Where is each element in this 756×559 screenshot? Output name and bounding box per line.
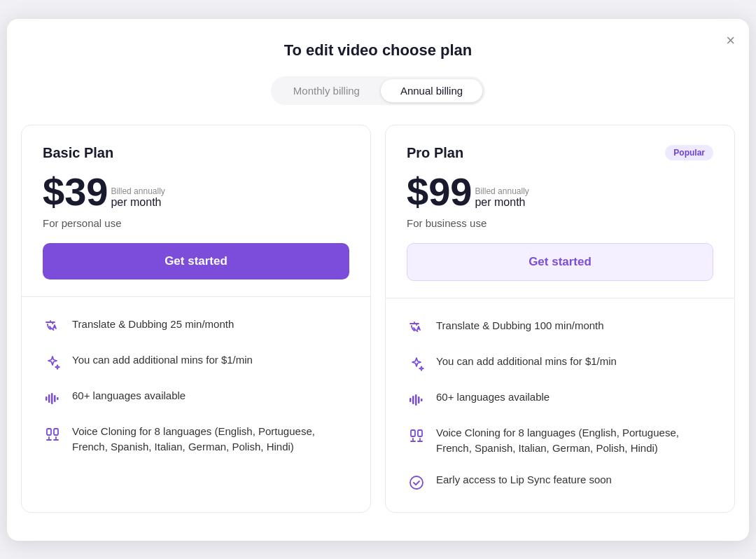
plans-container: Basic Plan $39 Billed annually per month… xyxy=(21,125,735,513)
svg-rect-15 xyxy=(421,399,423,401)
pro-plan-name-row: Pro Plan Popular xyxy=(407,145,713,161)
svg-rect-3 xyxy=(54,395,56,402)
pro-feature-translate: Translate & Dubbing 100 min/month xyxy=(407,318,713,338)
basic-feature-addmins: You can add additional mins for $1/min xyxy=(43,352,349,373)
pro-feature-languages: 60+ languages available xyxy=(407,389,713,410)
basic-feature-voiceclone-text: Voice Cloning for 8 languages (English, … xyxy=(72,424,349,455)
waveform-icon xyxy=(43,389,62,408)
translate-icon xyxy=(43,317,62,337)
pro-plan-top: Pro Plan Popular $99 Billed annually per… xyxy=(386,125,734,298)
svg-rect-14 xyxy=(418,396,420,403)
svg-rect-4 xyxy=(57,397,59,400)
basic-feature-languages: 60+ languages available xyxy=(43,388,349,408)
svg-rect-17 xyxy=(418,430,422,436)
basic-plan-top: Basic Plan $39 Billed annually per month… xyxy=(22,125,370,297)
basic-feature-languages-text: 60+ languages available xyxy=(72,388,186,404)
svg-rect-16 xyxy=(411,430,415,436)
pro-feature-lipsync: Early access to Lip Sync feature soon xyxy=(407,472,713,492)
sparkle-icon-pro xyxy=(407,354,426,374)
svg-rect-6 xyxy=(54,429,58,435)
basic-price-row: $39 Billed annually per month xyxy=(43,172,349,212)
pro-plan-description: For business use xyxy=(407,217,713,229)
waveform-icon-pro xyxy=(407,390,426,410)
svg-rect-13 xyxy=(415,394,417,406)
basic-plan-name: Basic Plan xyxy=(43,145,113,161)
billing-toggle: Monthly billing Annual billing xyxy=(21,76,735,105)
pro-price-row: $99 Billed annually per month xyxy=(407,172,713,212)
modal-header: To edit video choose plan xyxy=(21,41,735,60)
monthly-billing-button[interactable]: Monthly billing xyxy=(274,79,379,102)
basic-feature-addmins-text: You can add additional mins for $1/min xyxy=(72,352,253,368)
pro-feature-translate-text: Translate & Dubbing 100 min/month xyxy=(436,318,604,334)
basic-billed-label: Billed annually xyxy=(111,186,164,196)
basic-price-amount: $39 xyxy=(43,172,108,212)
basic-feature-translate-text: Translate & Dubbing 25 min/month xyxy=(72,317,234,333)
pro-plan-features: Translate & Dubbing 100 min/month You ca… xyxy=(386,298,734,512)
svg-rect-0 xyxy=(46,396,48,401)
basic-plan-description: For personal use xyxy=(43,217,349,229)
pro-billed-label: Billed annually xyxy=(475,186,528,196)
modal-title: To edit video choose plan xyxy=(21,41,735,60)
svg-rect-2 xyxy=(51,393,53,404)
pro-plan-name: Pro Plan xyxy=(407,145,463,161)
pro-get-started-button[interactable]: Get started xyxy=(407,243,713,281)
pro-per-month: per month xyxy=(475,196,528,209)
sparkle-icon xyxy=(43,353,62,373)
translate-icon-pro xyxy=(407,319,426,338)
close-button[interactable]: × xyxy=(726,33,735,48)
voice-clone-icon xyxy=(43,425,62,444)
svg-rect-5 xyxy=(47,429,51,435)
basic-get-started-button[interactable]: Get started xyxy=(43,243,349,280)
basic-per-month: per month xyxy=(111,196,164,209)
basic-plan-card: Basic Plan $39 Billed annually per month… xyxy=(21,125,371,513)
pro-price-amount: $99 xyxy=(407,172,472,212)
pricing-modal: To edit video choose plan × Monthly bill… xyxy=(7,19,749,541)
svg-rect-1 xyxy=(48,394,50,403)
pro-feature-languages-text: 60+ languages available xyxy=(436,389,550,406)
annual-billing-button[interactable]: Annual billing xyxy=(381,79,482,102)
toggle-container: Monthly billing Annual billing xyxy=(271,76,485,105)
basic-feature-voiceclone: Voice Cloning for 8 languages (English, … xyxy=(43,424,349,455)
basic-plan-name-row: Basic Plan xyxy=(43,145,349,161)
basic-plan-features: Translate & Dubbing 25 min/month You can… xyxy=(22,297,370,475)
basic-feature-translate: Translate & Dubbing 25 min/month xyxy=(43,317,349,337)
pro-price-details: Billed annually per month xyxy=(475,186,528,212)
pro-feature-addmins: You can add additional mins for $1/min xyxy=(407,354,713,374)
basic-price-details: Billed annually per month xyxy=(111,186,164,212)
pro-feature-voiceclone: Voice Cloning for 8 languages (English, … xyxy=(407,425,713,457)
svg-rect-12 xyxy=(412,396,414,404)
pro-feature-addmins-text: You can add additional mins for $1/min xyxy=(436,354,617,370)
pro-feature-lipsync-text: Early access to Lip Sync feature soon xyxy=(436,472,612,488)
popular-badge: Popular xyxy=(665,145,713,160)
pro-feature-voiceclone-text: Voice Cloning for 8 languages (English, … xyxy=(436,425,713,457)
svg-point-22 xyxy=(410,476,423,489)
pro-plan-card: Pro Plan Popular $99 Billed annually per… xyxy=(385,125,735,513)
check-circle-icon xyxy=(407,473,426,492)
voice-clone-icon-pro xyxy=(407,426,426,446)
svg-rect-11 xyxy=(410,398,412,402)
